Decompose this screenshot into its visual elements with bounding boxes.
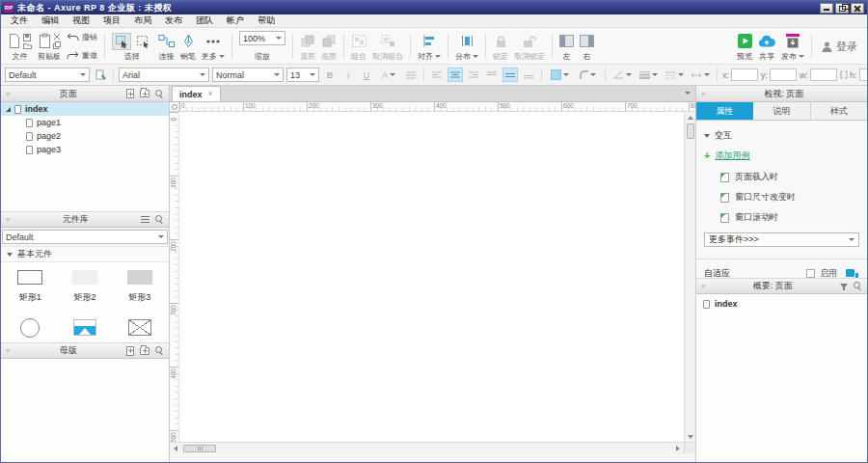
design-canvas[interactable] [179, 112, 684, 442]
valign-bottom-button[interactable] [521, 68, 536, 82]
font-family-select[interactable]: Arial [119, 68, 209, 82]
adaptive-enable-checkbox[interactable] [806, 269, 815, 278]
redo-button[interactable]: 重做 [67, 49, 97, 62]
tab-close-icon[interactable]: × [208, 90, 213, 98]
add-master-folder-icon[interactable] [140, 347, 149, 355]
select-contain-button[interactable] [133, 33, 152, 50]
widget-image[interactable] [58, 318, 113, 343]
undo-button[interactable]: 撤销 [67, 31, 97, 43]
menu-project[interactable]: 项目 [96, 14, 127, 27]
widget-ellipse[interactable] [3, 318, 58, 343]
scroll-left-icon[interactable] [170, 443, 181, 453]
outline-search-icon[interactable] [854, 282, 862, 290]
tab-overflow-icon[interactable] [685, 92, 691, 95]
login-button[interactable]: 登录 [816, 30, 863, 63]
right-panel-toggle[interactable]: 右 [577, 30, 597, 63]
h-input[interactable] [859, 68, 867, 81]
lock-button[interactable]: 锁定 [490, 30, 511, 63]
add-page-icon[interactable] [126, 89, 134, 98]
menu-edit[interactable]: 编辑 [35, 14, 66, 27]
add-folder-icon[interactable] [140, 90, 149, 97]
restore-button[interactable] [835, 3, 849, 14]
event-onpageload[interactable]: 页面载入时 [696, 167, 867, 187]
italic-button[interactable]: I [340, 68, 356, 82]
page-item-page2[interactable]: page2 [1, 129, 169, 143]
event-onwindowresize[interactable]: 窗口尺寸改变时 [696, 187, 867, 207]
masters-search-icon[interactable] [155, 346, 164, 355]
font-color-button[interactable]: A [377, 68, 400, 82]
font-size-select[interactable]: 13 [286, 68, 319, 82]
corner-radius-button[interactable] [575, 68, 600, 82]
align-button[interactable]: 对齐 [415, 30, 444, 63]
y-input[interactable] [770, 68, 797, 81]
expander-icon[interactable] [6, 107, 11, 112]
clipboard-group[interactable]: 剪贴板 [35, 30, 64, 63]
x-input[interactable] [731, 68, 758, 81]
publish-button[interactable]: 发布 [778, 30, 807, 63]
unlock-button[interactable]: 取消锁定 [511, 30, 548, 63]
vertical-scroll-thumb[interactable] [687, 123, 694, 139]
scroll-right-icon[interactable] [672, 443, 684, 453]
scroll-up-icon[interactable] [685, 112, 696, 123]
add-case-link[interactable]: + 添加用例 [696, 145, 867, 167]
vertical-scrollbar[interactable] [684, 112, 695, 442]
line-color-button[interactable] [610, 68, 634, 82]
connect-tool[interactable]: 连接 [155, 30, 177, 63]
group-button[interactable]: 组合 [348, 30, 369, 63]
distribute-button[interactable]: 分布 [452, 30, 481, 63]
bring-front-button[interactable]: 顶层 [297, 30, 318, 63]
line-style-button[interactable] [663, 68, 686, 82]
valign-top-button[interactable] [484, 68, 500, 82]
outline-filter-icon[interactable] [840, 284, 848, 288]
tab-notes[interactable]: 说明 [753, 102, 810, 120]
widgets-search-icon[interactable] [155, 215, 164, 224]
minimize-button[interactable] [820, 3, 833, 14]
share-button[interactable]: 共享 [755, 30, 778, 63]
align-right-button[interactable] [466, 68, 481, 82]
tab-style[interactable]: 样式 [811, 102, 867, 120]
menu-publish[interactable]: 发布 [158, 14, 189, 27]
widget-style-select[interactable]: Default [5, 68, 90, 82]
menu-file[interactable]: 文件 [4, 14, 35, 27]
arrow-style-button[interactable] [689, 68, 712, 82]
menu-account[interactable]: 帐户 [220, 14, 251, 27]
outline-item-index[interactable]: index [696, 294, 867, 313]
line-width-button[interactable] [637, 68, 660, 82]
format-painter-button[interactable] [93, 68, 108, 82]
event-onwindowscroll[interactable]: 窗口滚动时 [696, 207, 867, 228]
line-spacing-button[interactable] [403, 68, 419, 82]
horizontal-scrollbar[interactable] [170, 442, 684, 453]
valign-middle-button[interactable] [502, 68, 518, 82]
close-button[interactable] [851, 3, 864, 14]
widgets-section-header[interactable]: 基本元件 [1, 247, 169, 262]
more-tools[interactable]: 更多 [199, 30, 228, 63]
widget-rectangle2[interactable]: 矩形2 [58, 267, 113, 310]
menu-arrange[interactable]: 布局 [127, 14, 158, 27]
bold-button[interactable]: B [322, 68, 338, 82]
w-input[interactable] [810, 68, 837, 81]
underline-button[interactable]: U [359, 68, 374, 82]
menu-view[interactable]: 视图 [66, 14, 96, 27]
widget-rectangle3[interactable]: 矩形3 [112, 267, 167, 310]
page-item-page3[interactable]: page3 [1, 143, 169, 156]
add-master-icon[interactable] [126, 346, 134, 356]
send-back-button[interactable]: 底层 [318, 30, 339, 63]
pages-search-icon[interactable] [155, 90, 164, 98]
widgets-menu-icon[interactable] [141, 216, 149, 223]
zoom-select[interactable]: 100% [239, 31, 285, 45]
font-weight-select[interactable]: Normal [212, 68, 284, 82]
page-item-index[interactable]: index [1, 102, 169, 116]
pen-tool[interactable]: 钢笔 [177, 30, 199, 63]
tab-properties[interactable]: 属性 [696, 102, 753, 120]
ruler-origin-icon[interactable] [170, 102, 179, 112]
library-select[interactable]: Default [2, 230, 168, 244]
left-panel-toggle[interactable]: 左 [556, 30, 577, 63]
ungroup-button[interactable]: 取消组合 [369, 30, 406, 63]
file-group[interactable]: 文件 [5, 30, 35, 63]
menu-team[interactable]: 团队 [189, 14, 220, 27]
align-center-button[interactable] [448, 68, 463, 82]
preview-button[interactable]: 预览 [734, 30, 755, 63]
widget-placeholder[interactable] [112, 318, 167, 343]
page-item-page1[interactable]: page1 [1, 116, 169, 129]
align-left-button[interactable] [429, 68, 445, 82]
